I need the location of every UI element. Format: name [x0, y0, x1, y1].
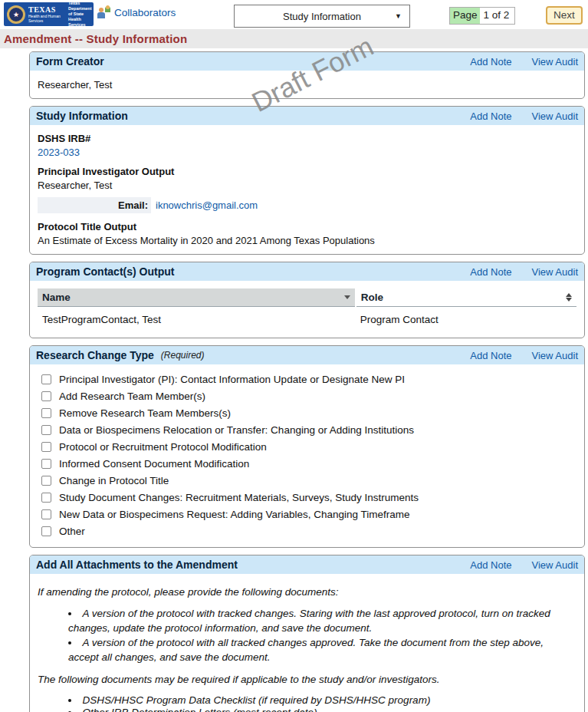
section-title: Add All Attachments to the Amendment [36, 559, 238, 571]
column-header-name[interactable]: Name [38, 288, 356, 307]
section-header: Study Information Add Note View Audit [30, 107, 584, 125]
sort-both-icon [566, 293, 572, 302]
section-research-change-type: Research Change Type (Required) Add Note… [29, 345, 585, 548]
table-row: TestProgramContact, Test Program Contact [38, 307, 577, 331]
page-title: Amendment -- Study Information [4, 32, 187, 45]
sort-desc-icon [344, 295, 350, 299]
view-audit-link[interactable]: View Audit [532, 110, 578, 122]
program-contacts-table: Name Role Test [38, 288, 577, 330]
checkbox-remove-team-member[interactable] [41, 408, 51, 418]
page-indicator-label: Page [450, 8, 480, 24]
add-note-link[interactable]: Add Note [470, 350, 511, 361]
texas-hhs-logo[interactable]: ★ TEXAS Health and Human Services Texas … [4, 2, 94, 26]
irb-number-value: 2023-033 [38, 147, 577, 158]
logo-brand-text: TEXAS [28, 6, 62, 14]
section-title: Program Contact(s) Output [36, 265, 174, 278]
applicable-documents-list: DSHS/HHSC Program Data Checklist (if req… [38, 694, 577, 712]
protocol-title-label: Protocol Title Output [38, 221, 577, 232]
view-audit-link[interactable]: View Audit [532, 350, 578, 361]
add-note-link[interactable]: Add Note [470, 56, 511, 68]
section-header: Add All Attachments to the Amendment Add… [30, 555, 584, 574]
change-type-option-other: Other [38, 522, 577, 539]
checkbox-data-relocation[interactable] [41, 425, 51, 435]
logo-dept-text: Texas Department of State Health Service… [68, 1, 92, 28]
change-type-option-title-change: Change in Protocol Title [38, 472, 577, 489]
collaborators-label: Collaborators [114, 7, 176, 18]
section-title: Study Information [36, 110, 128, 122]
change-type-option-pi-update: Principal Investigator (PI): Contact Inf… [38, 371, 577, 387]
section-dropdown-value: Study Information [283, 11, 361, 22]
change-type-option-consent-modification: Informed Consent Document Modification [38, 455, 577, 472]
section-title: Research Change Type [36, 349, 154, 361]
add-note-link[interactable]: Add Note [470, 110, 511, 122]
list-item: A version of the protocol with tracked c… [68, 607, 577, 635]
checkbox-new-data-request[interactable] [41, 509, 51, 519]
required-note: (Required) [161, 350, 205, 361]
checkbox-other[interactable] [41, 526, 51, 536]
chevron-down-icon: ▼ [395, 12, 402, 20]
section-title: Form Creator [36, 55, 104, 68]
section-attachments: Add All Attachments to the Amendment Add… [29, 555, 585, 712]
view-audit-link[interactable]: View Audit [532, 266, 578, 278]
page-title-bar: Amendment -- Study Information [0, 29, 588, 48]
protocol-title-value: An Estimate of Excess Mortality in 2020 … [38, 235, 577, 246]
checkbox-title-change[interactable] [41, 476, 51, 486]
column-header-role[interactable]: Role [356, 288, 577, 307]
checkbox-pi-update[interactable] [41, 374, 51, 384]
add-note-link[interactable]: Add Note [470, 266, 511, 278]
section-form-creator: Form Creator Add Note View Audit Researc… [29, 51, 585, 99]
next-button[interactable]: Next [546, 6, 583, 25]
checkbox-consent-modification[interactable] [41, 459, 51, 469]
irb-number-label: DSHS IRB# [38, 133, 577, 144]
pi-output-label: Principal Investigator Output [38, 166, 577, 177]
change-type-option-protocol-modification: Protocol or Recruitment Protocol Modific… [38, 438, 577, 455]
add-note-link[interactable]: Add Note [470, 559, 511, 571]
collaborators-link[interactable]: Collaborators [97, 7, 176, 18]
change-type-option-study-document-changes: Study Document Changes: Recruitment Mate… [38, 489, 577, 506]
section-program-contacts: Program Contact(s) Output Add Note View … [29, 262, 585, 338]
protocol-documents-list: A version of the protocol with tracked c… [38, 607, 577, 664]
section-header: Program Contact(s) Output Add Note View … [30, 262, 584, 281]
collaborators-icon [97, 7, 110, 18]
top-header: ★ TEXAS Health and Human Services Texas … [0, 0, 588, 29]
list-item: Other IRB Determination Letters (most re… [68, 707, 577, 712]
section-dropdown[interactable]: Study Information ▼ [234, 5, 410, 28]
section-header: Research Change Type (Required) Add Note… [30, 346, 584, 364]
change-type-option-remove-team-member: Remove Research Team Members(s) [38, 404, 577, 421]
section-study-information: Study Information Add Note View Audit DS… [29, 106, 585, 255]
email-label: Email: [38, 197, 151, 213]
texas-seal-icon: ★ [7, 5, 25, 24]
pi-output-value: Researcher, Test [38, 180, 577, 191]
page-indicator: Page 1 of 2 [449, 7, 515, 25]
change-type-option-new-data-request: New Data or Biospecimens Request: Adding… [38, 506, 577, 522]
change-type-option-data-relocation: Data or Biospecimens Relocation or Trans… [38, 421, 577, 438]
page-indicator-value: 1 of 2 [480, 8, 515, 24]
checkbox-study-document-changes[interactable] [41, 493, 51, 503]
contact-name-cell: TestProgramContact, Test [38, 307, 356, 331]
attachments-applicable-note: The following documents may be required … [38, 674, 577, 685]
list-item: A version of the protocol with all track… [68, 636, 577, 664]
form-creator-value: Researcher, Test [38, 79, 577, 91]
logo-brand-subtext: Health and Human Services [28, 14, 62, 23]
view-audit-link[interactable]: View Audit [532, 56, 578, 68]
change-type-option-add-team-member: Add Research Team Member(s) [38, 387, 577, 404]
contact-role-cell: Program Contact [356, 307, 577, 331]
email-link[interactable]: iknowchris@gmail.com [156, 199, 258, 211]
list-item: DSHS/HHSC Program Data Checklist (if req… [68, 694, 577, 707]
checkbox-add-team-member[interactable] [41, 391, 51, 401]
form-content: Form Creator Add Note View Audit Researc… [29, 51, 585, 712]
email-row: Email: iknowchris@gmail.com [38, 197, 577, 213]
checkbox-protocol-modification[interactable] [41, 442, 51, 452]
section-header: Form Creator Add Note View Audit [30, 52, 584, 71]
attachments-intro: If amending the protocol, please provide… [38, 586, 577, 598]
view-audit-link[interactable]: View Audit [532, 559, 578, 571]
